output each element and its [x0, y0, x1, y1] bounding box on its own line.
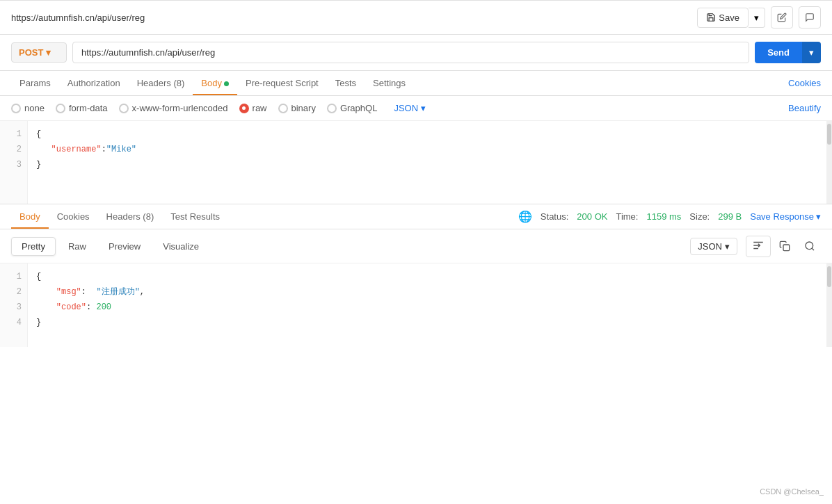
- radio-binary-circle: [278, 104, 288, 113]
- edit-button[interactable]: [771, 6, 793, 29]
- tab-body[interactable]: Body: [193, 71, 237, 95]
- request-bar: POST ▾ Send ▾: [0, 35, 832, 71]
- save-response-caret: ▾: [816, 211, 821, 222]
- json-dropdown-caret: ▾: [421, 103, 426, 113]
- send-button-group: Send ▾: [755, 42, 821, 63]
- view-tab-pretty[interactable]: Pretty: [11, 237, 56, 256]
- comment-icon: [805, 13, 815, 22]
- radio-form-data[interactable]: form-data: [56, 103, 108, 113]
- resp-tab-test-results[interactable]: Test Results: [162, 204, 228, 229]
- url-input[interactable]: [72, 42, 749, 63]
- resp-line-2: "msg": "注册成功",: [36, 284, 818, 300]
- beautify-link[interactable]: Beautify: [788, 103, 821, 113]
- copy-icon: [779, 241, 790, 252]
- body-dot: [224, 81, 229, 86]
- radio-graphql[interactable]: GraphQL: [327, 103, 377, 113]
- radio-none-circle: [11, 104, 21, 113]
- view-tab-preview[interactable]: Preview: [99, 238, 150, 255]
- copy-icon-button[interactable]: [774, 235, 796, 257]
- edit-icon: [777, 13, 787, 22]
- view-tab-raw[interactable]: Raw: [58, 238, 96, 255]
- svg-point-4: [806, 242, 813, 250]
- size-value: 299 B: [718, 211, 742, 222]
- radio-graphql-label: GraphQL: [340, 103, 377, 113]
- req-line-3: }: [36, 157, 818, 172]
- wrap-icon: [752, 239, 765, 252]
- resp-line-num-1: 1: [0, 269, 22, 284]
- request-scrollbar[interactable]: [826, 121, 832, 204]
- request-tabs-bar: Params Authorization Headers (8) Body Pr…: [0, 71, 832, 96]
- top-actions: Save ▾: [697, 6, 821, 29]
- resp-line-1: {: [36, 269, 818, 284]
- req-line-num-1: 1: [0, 127, 22, 142]
- view-tab-visualize[interactable]: Visualize: [153, 238, 209, 255]
- radio-urlencoded[interactable]: x-www-form-urlencoded: [119, 103, 228, 113]
- response-scrollbar[interactable]: [826, 263, 832, 347]
- save-response-button[interactable]: Save Response ▾: [750, 211, 821, 222]
- request-code-content[interactable]: { "username":"Mike" }: [28, 121, 826, 204]
- method-caret: ▾: [46, 47, 51, 58]
- globe-icon: 🌐: [518, 210, 532, 223]
- resp-json-caret: ▾: [725, 241, 730, 252]
- tab-params[interactable]: Params: [11, 71, 59, 95]
- response-code-editor: 1 2 3 4 { "msg": "注册成功", "code": 200 }: [0, 263, 832, 347]
- comment-button[interactable]: [799, 6, 821, 29]
- json-dropdown-label: JSON: [394, 103, 418, 113]
- view-tabs-bar: Pretty Raw Preview Visualize JSON ▾: [0, 229, 832, 263]
- resp-line-4: }: [36, 315, 818, 330]
- top-url: https://autumnfish.cn/api/user/reg: [11, 13, 145, 23]
- time-label: Time:: [616, 211, 638, 222]
- method-select[interactable]: POST ▾: [11, 42, 67, 63]
- request-scrollbar-thumb: [827, 124, 831, 145]
- req-line-2: "username":"Mike": [36, 142, 818, 157]
- radio-graphql-circle: [327, 104, 337, 113]
- resp-tab-cookies[interactable]: Cookies: [49, 204, 98, 229]
- response-line-numbers: 1 2 3 4: [0, 263, 28, 347]
- status-label: Status:: [541, 211, 568, 222]
- req-line-num-2: 2: [0, 142, 22, 157]
- wrap-icon-button[interactable]: [746, 236, 771, 257]
- response-code-content[interactable]: { "msg": "注册成功", "code": 200 }: [28, 263, 826, 347]
- tab-tests[interactable]: Tests: [327, 71, 365, 95]
- radio-urlencoded-circle: [119, 104, 129, 113]
- radio-raw[interactable]: raw: [239, 103, 267, 113]
- resp-line-num-3: 3: [0, 300, 22, 315]
- send-main-button[interactable]: Send: [755, 42, 802, 63]
- tab-body-label: Body: [201, 78, 222, 88]
- radio-none[interactable]: none: [11, 103, 45, 113]
- radio-raw-label: raw: [253, 103, 267, 113]
- request-line-numbers: 1 2 3: [0, 121, 28, 204]
- search-icon-button[interactable]: [799, 235, 821, 257]
- method-label: POST: [19, 47, 43, 58]
- tab-settings[interactable]: Settings: [365, 71, 414, 95]
- save-caret-button[interactable]: ▾: [749, 8, 765, 28]
- cookies-link[interactable]: Cookies: [788, 78, 821, 88]
- search-icon: [804, 241, 815, 252]
- req-line-1: {: [36, 127, 818, 142]
- radio-none-label: none: [24, 103, 45, 113]
- time-value: 1159 ms: [646, 211, 681, 222]
- send-caret-button[interactable]: ▾: [802, 42, 821, 63]
- save-response-label: Save Response: [750, 211, 814, 222]
- req-line-num-3: 3: [0, 157, 22, 172]
- json-format-dropdown[interactable]: JSON ▾: [394, 103, 426, 113]
- save-button[interactable]: Save: [697, 8, 749, 28]
- response-tabs-bar: Body Cookies Headers (8) Test Results 🌐 …: [0, 204, 832, 229]
- save-icon: [706, 13, 716, 22]
- status-value: 200 OK: [577, 211, 607, 222]
- response-json-dropdown[interactable]: JSON ▾: [690, 238, 737, 255]
- radio-form-data-label: form-data: [69, 103, 108, 113]
- resp-tab-headers[interactable]: Headers (8): [98, 204, 163, 229]
- save-label: Save: [719, 13, 739, 23]
- radio-binary[interactable]: binary: [278, 103, 316, 113]
- tab-pre-request[interactable]: Pre-request Script: [237, 71, 327, 95]
- resp-tab-body[interactable]: Body: [11, 204, 49, 229]
- request-code-editor: 1 2 3 { "username":"Mike" }: [0, 121, 832, 204]
- resp-json-label: JSON: [698, 241, 722, 252]
- resp-line-num-2: 2: [0, 284, 22, 300]
- radio-urlencoded-label: x-www-form-urlencoded: [132, 103, 228, 113]
- tab-headers[interactable]: Headers (8): [129, 71, 193, 95]
- tab-authorization[interactable]: Authorization: [59, 71, 129, 95]
- radio-form-data-circle: [56, 104, 65, 113]
- resp-line-3: "code": 200: [36, 300, 818, 315]
